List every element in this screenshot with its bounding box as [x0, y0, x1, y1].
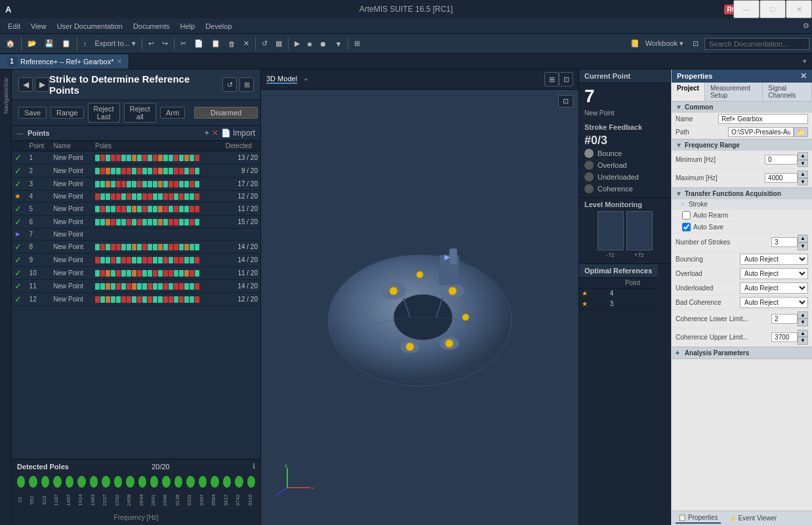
points-expand-button[interactable]: — — [17, 130, 24, 137]
table-row[interactable]: ★ 4 New Point 12 / 20 — [12, 191, 260, 203]
forward-nav-button[interactable]: ▶ — [35, 77, 49, 92]
coherence-lower-input[interactable] — [771, 314, 798, 324]
coherence-lower-up-button[interactable]: ▲ — [798, 311, 808, 319]
table-row[interactable]: ✓ 3 New Point 17 / 20 — [12, 178, 260, 191]
freq-min-down-button[interactable]: ▼ — [798, 160, 808, 168]
menu-develop[interactable]: Develop — [200, 21, 237, 31]
rec-button[interactable]: ⏺ — [316, 38, 330, 50]
workbook-button[interactable]: Workbook ▾ — [642, 37, 687, 50]
reject-last-button[interactable]: Reject Last — [88, 103, 120, 123]
close-doc-button[interactable]: ✕ — [240, 37, 253, 50]
menu-user-docs[interactable]: User Documentation — [52, 21, 128, 31]
tab-close-button[interactable]: ✕ — [117, 58, 122, 65]
maximize-button[interactable]: □ — [760, 0, 786, 18]
menu-edit[interactable]: Edit — [3, 21, 26, 31]
auto-save-checkbox[interactable] — [682, 223, 691, 231]
expand-model-button[interactable]: ⊡ — [559, 72, 573, 87]
grid-button[interactable]: ▦ — [272, 37, 285, 50]
disarmed-button[interactable]: Disarmed — [194, 107, 258, 119]
table-row[interactable]: ➤ 7 New Point — [12, 229, 260, 241]
bottom-tab-event-viewer[interactable]: ⚡ Event Viewer — [726, 513, 780, 524]
bad-coherence-select[interactable]: Auto Reject — [740, 297, 808, 308]
gear-icon[interactable]: ⚙ — [803, 22, 809, 30]
save-all-button[interactable]: 📋 — [58, 37, 74, 50]
table-row[interactable]: ✓ 12 New Point 12 / 20 — [12, 293, 260, 306]
undo-button[interactable]: ↩ — [145, 37, 157, 50]
name-input[interactable] — [718, 114, 808, 124]
tab-reference[interactable]: 1 Reference+ – Ref+ Gearbox* ✕ — [0, 54, 129, 69]
analysis-params-header[interactable]: + Analysis Parameters — [672, 347, 812, 359]
monitor-toggle-button[interactable]: ⊞ — [544, 72, 559, 87]
refresh-view-button[interactable]: ↺ — [222, 77, 237, 92]
settings-view-button[interactable]: ⊞ — [239, 77, 254, 92]
menu-view[interactable]: View — [26, 21, 52, 31]
table-row[interactable]: ✓ 8 New Point 14 / 20 — [12, 241, 260, 254]
path-input[interactable] — [728, 127, 794, 137]
table-row[interactable]: ✓ 11 New Point 14 / 20 — [12, 280, 260, 293]
back-button[interactable]: ↑ — [80, 38, 91, 50]
table-row[interactable]: ✓ 9 New Point 14 / 20 — [12, 254, 260, 267]
save-button[interactable]: 💾 — [41, 37, 57, 50]
freq-max-down-button[interactable]: ▼ — [798, 178, 808, 186]
table-row[interactable]: ✓ 6 New Point 15 / 20 — [12, 216, 260, 229]
home-button[interactable]: 🏠 — [3, 37, 18, 50]
freq-max-input[interactable] — [765, 173, 798, 183]
expand-view-button[interactable]: ⊡ — [689, 37, 702, 50]
coherence-upper-input[interactable] — [771, 332, 798, 342]
add-view-button[interactable]: + — [304, 75, 308, 83]
minimize-button[interactable]: — — [733, 0, 760, 18]
freq-max-up-button[interactable]: ▲ — [798, 170, 808, 178]
coherence-upper-up-button[interactable]: ▲ — [798, 330, 808, 338]
common-section-header[interactable]: ▼ Common — [672, 102, 812, 113]
coherence-upper-down-button[interactable]: ▼ — [798, 337, 808, 345]
play-button[interactable]: ▶ — [291, 37, 303, 50]
table-row[interactable]: ✓ 2 New Point 9 / 20 — [12, 165, 260, 178]
tab-signal-channels[interactable]: Signal Channels — [763, 83, 812, 101]
reject-all-button[interactable]: Reject all — [124, 103, 156, 123]
overload-select[interactable]: Auto Reject — [740, 268, 808, 279]
transfer-functions-header[interactable]: ▼ Transfer Functions Acquisition — [672, 188, 812, 199]
copy-button[interactable]: 📄 — [191, 37, 207, 50]
redo-button[interactable]: ↪ — [159, 37, 171, 50]
table-row[interactable]: ✓ 10 New Point 11 / 20 — [12, 267, 260, 280]
tab-measurement-setup[interactable]: Measurement Setup — [705, 83, 763, 101]
back-nav-button[interactable]: ◀ — [18, 77, 33, 92]
paste-button[interactable]: 📋 — [208, 37, 224, 50]
filter-button[interactable]: ▼ — [331, 38, 345, 50]
num-strokes-input[interactable] — [771, 237, 798, 247]
menu-documents[interactable]: Documents — [128, 21, 175, 31]
expand-model-fullscreen-button[interactable]: ⊡ — [558, 95, 573, 107]
properties-close-button[interactable]: ✕ — [800, 71, 807, 81]
layout-button[interactable]: ⊞ — [351, 37, 363, 50]
auto-rearm-checkbox[interactable] — [682, 211, 691, 220]
import-icon[interactable]: 📄 Import — [221, 128, 255, 138]
freq-min-input[interactable] — [765, 155, 798, 165]
table-row[interactable]: ✓ 5 New Point 11 / 20 — [12, 203, 260, 216]
save-action-button[interactable]: Save — [18, 107, 47, 119]
coherence-lower-down-button[interactable]: ▼ — [798, 319, 808, 326]
stroke-expand-icon[interactable]: ▼ — [680, 201, 686, 208]
detected-poles-info-icon[interactable]: ℹ — [253, 462, 255, 471]
menu-help[interactable]: Help — [175, 21, 201, 31]
stop-button[interactable]: ■ — [304, 38, 315, 50]
num-strokes-down-button[interactable]: ▼ — [798, 243, 808, 250]
delete-button[interactable]: 🗑 — [225, 38, 239, 50]
bottom-tab-properties[interactable]: 📋 Properties — [676, 513, 721, 524]
range-button[interactable]: Range — [51, 107, 83, 119]
delete-point-icon[interactable]: ✕ — [212, 128, 218, 138]
tab-dropdown-button[interactable]: ▾ — [798, 57, 812, 66]
underloaded-select[interactable]: Auto Reject — [740, 282, 808, 294]
arm-button[interactable]: Arm — [160, 107, 185, 119]
open-button[interactable]: 📂 — [24, 37, 40, 50]
refresh-button[interactable]: ↺ — [258, 37, 271, 50]
export-button[interactable]: Export to... ▾ — [92, 37, 139, 50]
search-input[interactable] — [704, 38, 809, 50]
num-strokes-up-button[interactable]: ▲ — [798, 235, 808, 243]
frequency-range-header[interactable]: ▼ Frequency Range — [672, 140, 812, 151]
cut-button[interactable]: ✂ — [177, 37, 190, 50]
close-button[interactable]: ✕ — [786, 0, 812, 18]
table-row[interactable]: ✓ 1 New Point 13 / 20 — [12, 151, 260, 165]
3d-model-tab[interactable]: 3D Model — [266, 75, 297, 84]
freq-min-up-button[interactable]: ▲ — [798, 152, 808, 160]
tab-project[interactable]: Project — [672, 83, 705, 101]
